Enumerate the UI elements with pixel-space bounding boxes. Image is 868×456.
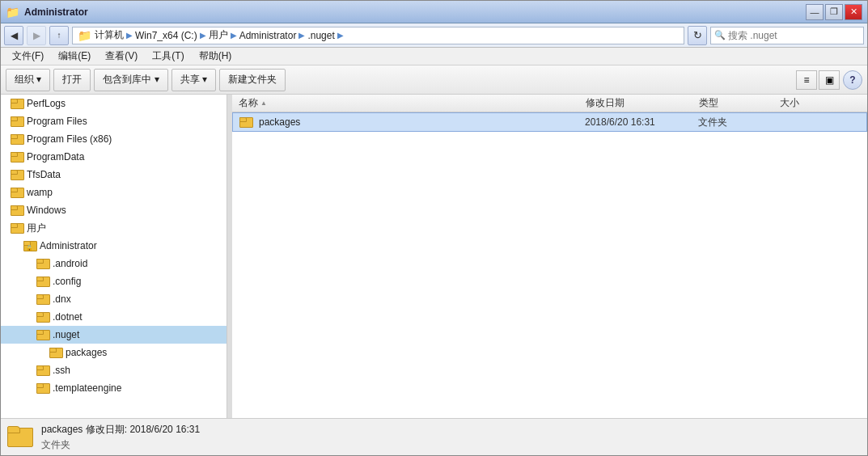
address-path[interactable]: 📁 计算机 ▶ Win7_x64 (C:) ▶ 用户 ▶ Administrat… <box>72 27 684 44</box>
search-input[interactable] <box>728 30 860 41</box>
minimize-button[interactable]: — <box>806 4 824 20</box>
up-button[interactable]: ↑ <box>49 26 69 45</box>
col-type-label: 类型 <box>699 97 718 108</box>
sidebar-item-label: Program Files <box>27 116 87 127</box>
menu-bar: 文件(F) 编辑(E) 查看(V) 工具(T) 帮助(H) <box>1 48 867 65</box>
lock-icon: 🔒 <box>26 245 33 251</box>
path-arrow-5: ▶ <box>337 31 344 40</box>
title-bar-controls: — ❐ ✕ <box>806 4 862 20</box>
file-type-cell: 文件夹 <box>698 116 779 129</box>
sidebar-item-label: Administrator <box>40 240 97 251</box>
folder-icon <box>11 205 23 216</box>
search-box[interactable]: 🔍 <box>710 27 864 44</box>
main-area: PerfLogs Program Files Program Files (x8… <box>1 95 867 418</box>
path-segment-2: Win7_x64 (C:) <box>135 30 197 41</box>
menu-tools[interactable]: 工具(T) <box>146 49 190 65</box>
sidebar-item-label: .templateengine <box>53 382 121 394</box>
sidebar-item-android[interactable]: .android <box>1 255 227 272</box>
sidebar-item-perflogs[interactable]: PerfLogs <box>1 95 227 112</box>
folder-icon <box>36 365 49 376</box>
col-header-size[interactable]: 大小 <box>780 96 861 110</box>
status-item-name: packages <box>41 424 83 435</box>
window-title: Administrator <box>24 6 88 18</box>
view-list-button[interactable]: ≡ <box>796 70 817 90</box>
help-button[interactable]: ? <box>843 70 862 90</box>
sidebar-scroll: PerfLogs Program Files Program Files (x8… <box>1 95 227 397</box>
include-button[interactable]: 包含到库中 ▾ <box>94 69 167 91</box>
status-bar: packages 修改日期: 2018/6/20 16:31 文件夹 <box>1 418 867 455</box>
view-pane-button[interactable]: ▣ <box>819 70 840 90</box>
folder-icon <box>49 347 62 358</box>
sidebar-item-label: Program Files (x86) <box>27 133 112 145</box>
sidebar-item-programfiles[interactable]: Program Files <box>1 112 227 130</box>
col-header-name[interactable]: 名称 ▲ <box>239 96 586 110</box>
sidebar-item-label: .ssh <box>53 365 70 376</box>
share-button[interactable]: 共享 ▾ <box>171 69 216 91</box>
folder-icon <box>36 382 49 394</box>
file-name: packages <box>259 116 300 128</box>
menu-help[interactable]: 帮助(H) <box>193 49 239 65</box>
file-row-packages[interactable]: packages 2018/6/20 16:31 文件夹 <box>232 112 867 132</box>
sidebar-item-wamp[interactable]: wamp <box>1 184 227 201</box>
sidebar-item-label: 用户 <box>27 222 46 235</box>
path-arrow-2: ▶ <box>200 31 206 40</box>
open-button[interactable]: 打开 <box>53 69 91 91</box>
sidebar-item-administrator[interactable]: 🔒 Administrator <box>1 237 227 255</box>
folder-icon <box>11 222 23 234</box>
organize-button[interactable]: 组织 ▾ <box>6 69 50 91</box>
sidebar-item-users[interactable]: 用户 <box>1 219 227 237</box>
sidebar[interactable]: PerfLogs Program Files Program Files (x8… <box>1 95 227 418</box>
sidebar-item-templateengine[interactable]: .templateengine <box>1 379 227 397</box>
title-bar-left: 📁 Administrator <box>6 6 88 19</box>
sidebar-item-label: TfsData <box>27 169 61 180</box>
path-segment-5: .nuget <box>307 30 334 41</box>
path-arrow-1: ▶ <box>126 31 133 40</box>
path-icon: 📁 <box>78 29 91 42</box>
sidebar-item-label: wamp <box>27 187 53 198</box>
new-folder-button[interactable]: 新建文件夹 <box>219 69 286 91</box>
sidebar-item-dnx[interactable]: .dnx <box>1 290 227 308</box>
sidebar-item-label: Windows <box>27 205 66 216</box>
sidebar-item-programdata[interactable]: ProgramData <box>1 148 227 166</box>
col-date-label: 修改日期 <box>586 97 625 108</box>
folder-icon <box>11 98 23 109</box>
menu-edit[interactable]: 编辑(E) <box>52 49 97 65</box>
menu-file[interactable]: 文件(F) <box>6 49 50 65</box>
search-icon: 🔍 <box>714 30 726 40</box>
close-button[interactable]: ✕ <box>845 4 862 20</box>
sidebar-item-packages[interactable]: packages <box>1 344 227 361</box>
forward-button[interactable]: ▶ <box>27 26 46 45</box>
path-arrow-3: ▶ <box>231 31 237 40</box>
sidebar-item-label: packages <box>66 347 107 358</box>
menu-view[interactable]: 查看(V) <box>99 49 144 65</box>
col-header-date[interactable]: 修改日期 <box>586 96 699 110</box>
back-button[interactable]: ◀ <box>4 26 23 45</box>
sidebar-item-nuget[interactable]: .nuget <box>1 326 227 344</box>
sidebar-item-windows[interactable]: Windows <box>1 201 227 219</box>
path-segment-3: 用户 <box>209 28 228 42</box>
content-panel: 名称 ▲ 修改日期 类型 大小 packages <box>232 95 867 418</box>
sidebar-item-programfiles-x86[interactable]: Program Files (x86) <box>1 130 227 148</box>
path-arrow-4: ▶ <box>299 31 305 40</box>
folder-icon <box>11 169 23 180</box>
folder-icon <box>36 293 49 305</box>
sidebar-item-label: .android <box>53 258 87 269</box>
col-header-type[interactable]: 类型 <box>699 96 780 110</box>
folder-icon <box>36 311 49 323</box>
folder-icon <box>11 116 23 127</box>
status-icon <box>7 424 33 450</box>
refresh-button[interactable]: ↻ <box>688 26 707 45</box>
sidebar-item-config[interactable]: .config <box>1 272 227 290</box>
file-list[interactable]: packages 2018/6/20 16:31 文件夹 <box>232 112 867 418</box>
restore-button[interactable]: ❐ <box>825 4 843 20</box>
sidebar-item-ssh[interactable]: .ssh <box>1 361 227 379</box>
status-date-value: 2018/6/20 16:31 <box>129 424 200 435</box>
sidebar-item-label: .dotnet <box>53 311 83 323</box>
sidebar-item-dotnet[interactable]: .dotnet <box>1 308 227 326</box>
sidebar-item-label: .config <box>53 276 81 287</box>
sidebar-item-tfsdata[interactable]: TfsData <box>1 166 227 184</box>
status-date-label-text: 修改日期: <box>86 424 127 435</box>
folder-icon <box>11 133 23 145</box>
status-line1: packages 修改日期: 2018/6/20 16:31 <box>41 423 200 437</box>
window-icon: 📁 <box>6 6 19 19</box>
